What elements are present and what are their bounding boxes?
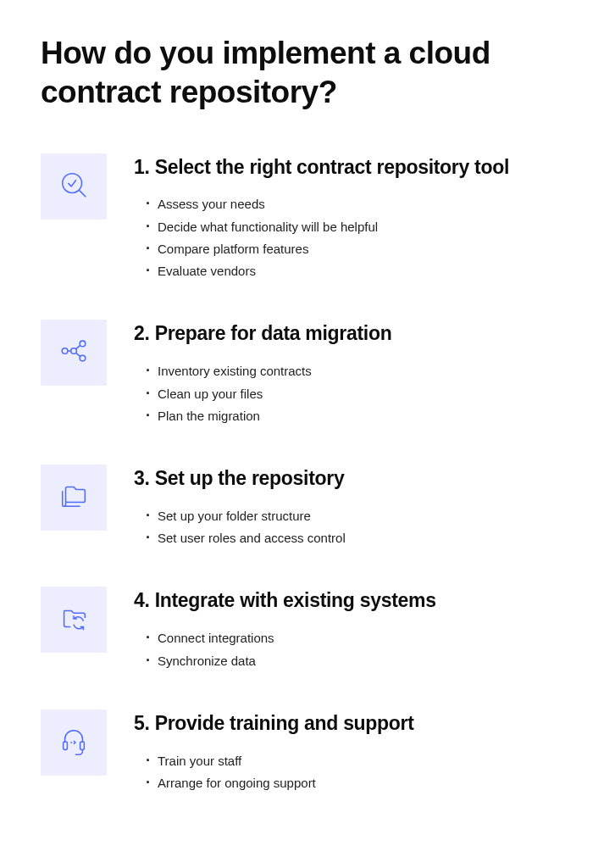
list-item: Evaluate vendors xyxy=(146,260,574,282)
svg-rect-9 xyxy=(64,742,68,750)
list-item: Assess your needs xyxy=(146,193,574,215)
svg-rect-10 xyxy=(80,742,85,750)
step-heading: 2. Prepare for data migration xyxy=(134,321,574,347)
list-item: Set user roles and access control xyxy=(146,527,574,549)
list-item: Arrange for ongoing support xyxy=(146,772,574,794)
folder-sync-icon xyxy=(58,602,90,637)
list-item: Train your staff xyxy=(146,750,574,772)
step-1: 1. Select the right contract repository … xyxy=(41,153,574,283)
svg-point-3 xyxy=(71,348,77,354)
magnifier-check-icon xyxy=(58,169,90,204)
step-4: 4. Integrate with existing systems Conne… xyxy=(41,587,574,671)
svg-line-8 xyxy=(76,353,80,357)
svg-point-2 xyxy=(62,348,68,354)
svg-line-7 xyxy=(76,346,80,349)
folders-icon xyxy=(58,480,90,515)
list-item: Plan the migration xyxy=(146,405,574,427)
step-heading: 4. Integrate with existing systems xyxy=(134,588,574,614)
list-item: Inventory existing contracts xyxy=(146,360,574,382)
list-item: Clean up your files xyxy=(146,383,574,405)
step-list: Set up your folder structure Set user ro… xyxy=(134,505,574,550)
step-list: Inventory existing contracts Clean up yo… xyxy=(134,360,574,427)
step-content: 3. Set up the repository Set up your fol… xyxy=(134,465,574,549)
svg-line-1 xyxy=(80,190,86,197)
step-heading: 5. Provide training and support xyxy=(134,711,574,737)
list-item: Compare platform features xyxy=(146,238,574,260)
step-content: 1. Select the right contract repository … xyxy=(134,153,574,283)
svg-point-11 xyxy=(70,742,72,743)
icon-box xyxy=(41,153,107,220)
step-heading: 1. Select the right contract repository … xyxy=(134,155,574,181)
headset-support-icon xyxy=(58,725,90,760)
icon-box xyxy=(41,709,107,776)
list-item: Synchronize data xyxy=(146,650,574,672)
step-list: Train your staff Arrange for ongoing sup… xyxy=(134,750,574,795)
step-heading: 3. Set up the repository xyxy=(134,466,574,492)
page-title: How do you implement a cloud contract re… xyxy=(41,34,574,113)
svg-point-0 xyxy=(63,173,82,192)
step-content: 4. Integrate with existing systems Conne… xyxy=(134,587,574,671)
list-item: Set up your folder structure xyxy=(146,505,574,527)
step-5: 5. Provide training and support Train yo… xyxy=(41,709,574,794)
list-item: Decide what functionality will be helpfu… xyxy=(146,216,574,238)
icon-box xyxy=(41,465,107,531)
icon-box xyxy=(41,320,107,386)
step-2: 2. Prepare for data migration Inventory … xyxy=(41,320,574,427)
step-list: Assess your needs Decide what functional… xyxy=(134,193,574,282)
step-content: 5. Provide training and support Train yo… xyxy=(134,709,574,794)
network-nodes-icon xyxy=(58,335,90,370)
list-item: Connect integrations xyxy=(146,627,574,649)
icon-box xyxy=(41,587,107,653)
step-content: 2. Prepare for data migration Inventory … xyxy=(134,320,574,427)
step-list: Connect integrations Synchronize data xyxy=(134,627,574,672)
step-3: 3. Set up the repository Set up your fol… xyxy=(41,465,574,549)
